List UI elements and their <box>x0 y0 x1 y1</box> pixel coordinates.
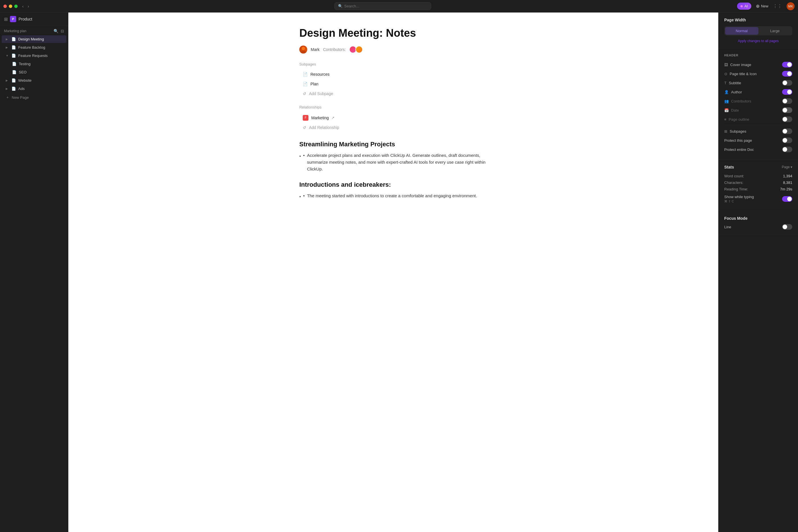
author-label: 👤 Author <box>724 90 742 94</box>
add-relationship-button[interactable]: ↺ Add Relationship <box>299 123 487 132</box>
page-title-toggle[interactable] <box>782 71 792 77</box>
page-outline-row: ≡ Page outline <box>724 115 792 124</box>
width-toggle: Normal Large <box>724 26 792 36</box>
subpage-item-plan[interactable]: 📄 Plan <box>299 79 487 89</box>
search-pages-button[interactable]: 🔍 <box>54 29 58 33</box>
minimize-button[interactable] <box>9 4 12 8</box>
new-button[interactable]: ⊕ New <box>756 3 768 9</box>
new-page-button[interactable]: ＋ New Page <box>2 93 66 102</box>
nav-arrows: ‹ › <box>21 3 30 9</box>
add-subpage-button[interactable]: ↺ Add Subpage <box>299 89 487 98</box>
traffic-lights <box>3 4 18 8</box>
bullet-icon: • <box>303 192 305 199</box>
subpage-name: Plan <box>311 82 318 86</box>
protect-page-toggle[interactable] <box>782 137 792 143</box>
subpages-label: ⊞ Subpages <box>724 129 746 133</box>
apply-changes-link[interactable]: Apply changes to all pages <box>724 39 792 43</box>
section2-title: Introductions and icebreakers: <box>299 181 487 188</box>
sidebar-item-ads[interactable]: ▶ 📄 Ads <box>2 85 66 93</box>
chevron-icon: ▶ <box>6 46 9 49</box>
maximize-button[interactable] <box>14 4 18 8</box>
sidebar: ⊞ P Product Marketing plan 🔍 ⊟ ▶ 📄 Desig… <box>0 13 68 532</box>
plus-icon: ⊕ <box>756 3 760 9</box>
grid-icon[interactable]: ⋮⋮ <box>773 3 782 9</box>
list-item: • The meeting started with introductions… <box>299 192 487 201</box>
sidebar-item-feature-backlog[interactable]: ▶ 📄 Feature Backlog <box>2 43 66 51</box>
protect-doc-toggle[interactable] <box>782 147 792 152</box>
protect-doc-label: Protect entire Doc <box>724 148 754 152</box>
reading-time-key: Reading Time: <box>724 187 748 191</box>
close-button[interactable] <box>3 4 7 8</box>
right-panel: Page Width Normal Large Apply changes to… <box>718 13 798 532</box>
contributors-toggle[interactable] <box>782 98 792 104</box>
relationship-marketing[interactable]: F Marketing ↗ <box>299 113 487 123</box>
author-row: 👤 Author <box>724 88 792 96</box>
ai-button[interactable]: AI <box>737 3 751 10</box>
doc-meta: Mark Contributors: <box>299 45 487 54</box>
sidebar-item-seo[interactable]: 📄 SEO <box>2 68 66 76</box>
characters-row: Characters: 8,381 <box>724 179 792 186</box>
protect-page-row: Protect this page <box>724 136 792 145</box>
chevron-down-icon: ▾ <box>791 165 792 169</box>
page-icon: 📄 <box>12 70 17 74</box>
subpages-label: Subpages <box>299 62 487 66</box>
page-icon: 📄 <box>12 62 17 66</box>
page-icon: 📄 <box>12 37 16 41</box>
search-bar[interactable]: 🔍 <box>334 2 431 10</box>
search-input[interactable] <box>344 4 427 8</box>
stats-page-button[interactable]: Page ▾ <box>782 165 792 169</box>
list-item-text: Accelerate project plans and execution w… <box>307 152 487 172</box>
sidebar-item-label: Website <box>18 78 62 82</box>
sidebar-item-label: Feature Backlog <box>18 45 62 50</box>
characters-value: 8,381 <box>783 180 792 185</box>
sidebar-item-design-meeting[interactable]: ▶ 📄 Design Meeting <box>2 35 66 43</box>
date-toggle[interactable] <box>782 107 792 113</box>
focus-line-toggle[interactable] <box>782 224 792 230</box>
right-controls: AI ⊕ New ⋮⋮ MK <box>737 2 795 10</box>
header-label: HEADER <box>724 54 792 57</box>
sidebar-item-label: Ads <box>18 87 62 91</box>
titlebar: ‹ › 🔍 AI ⊕ New ⋮⋮ MK <box>0 0 798 13</box>
show-typing-shortcut: ⌘ ⇧ C <box>724 200 754 203</box>
product-icon: P <box>10 16 16 22</box>
subtitle-row: T Subtitle <box>724 79 792 87</box>
layout-button[interactable]: ⊟ <box>61 29 64 33</box>
refresh-icon: ↺ <box>303 125 306 130</box>
divider <box>724 125 792 125</box>
forward-button[interactable]: › <box>26 3 30 9</box>
product-label: Product <box>19 17 32 21</box>
show-typing-toggle[interactable] <box>782 196 792 202</box>
sidebar-item-feature-requests[interactable]: ▼ 📄 Feature Requests <box>2 52 66 59</box>
cover-image-row: 🖼 Cover image <box>724 60 792 69</box>
page-icon: 📄 <box>12 54 16 58</box>
ai-dot-icon <box>741 5 743 7</box>
protect-doc-row: Protect entire Doc <box>724 145 792 154</box>
user-avatar[interactable]: MK <box>786 2 795 10</box>
author-icon: 👤 <box>724 90 729 94</box>
content-area: Design Meeting: Notes Mark Contributors:… <box>68 13 718 532</box>
characters-key: Characters: <box>724 180 743 185</box>
sidebar-item-website[interactable]: ▶ 📄 Website <box>2 77 66 84</box>
normal-width-button[interactable]: Normal <box>725 27 758 35</box>
sidebar-item-label: Feature Requests <box>18 54 62 58</box>
chevron-icon: ▶ <box>6 38 9 41</box>
cover-image-toggle[interactable] <box>782 62 792 68</box>
subtitle-toggle[interactable] <box>782 80 792 86</box>
page-outline-toggle[interactable] <box>782 116 792 122</box>
author-toggle[interactable] <box>782 89 792 95</box>
subtitle-label: T Subtitle <box>724 81 741 85</box>
large-width-button[interactable]: Large <box>758 27 792 35</box>
stats-page-label: Page <box>782 165 790 169</box>
page-outline-label: ≡ Page outline <box>724 117 749 121</box>
subpage-item-resources[interactable]: 📄 Resources <box>299 70 487 79</box>
search-icon: 🔍 <box>338 4 342 8</box>
sidebar-toggle-icon[interactable]: ⊞ <box>4 17 8 22</box>
sidebar-item-testing[interactable]: 📄 Testing <box>2 60 66 68</box>
subpages-toggle[interactable] <box>782 128 792 134</box>
subpages-row: ⊞ Subpages <box>724 126 792 135</box>
reading-time-value: 7m 29s <box>780 187 792 191</box>
refresh-icon: ↺ <box>303 91 306 96</box>
subtitle-icon: T <box>724 81 726 85</box>
section2-list: • The meeting started with introductions… <box>299 192 487 201</box>
back-button[interactable]: ‹ <box>21 3 25 9</box>
